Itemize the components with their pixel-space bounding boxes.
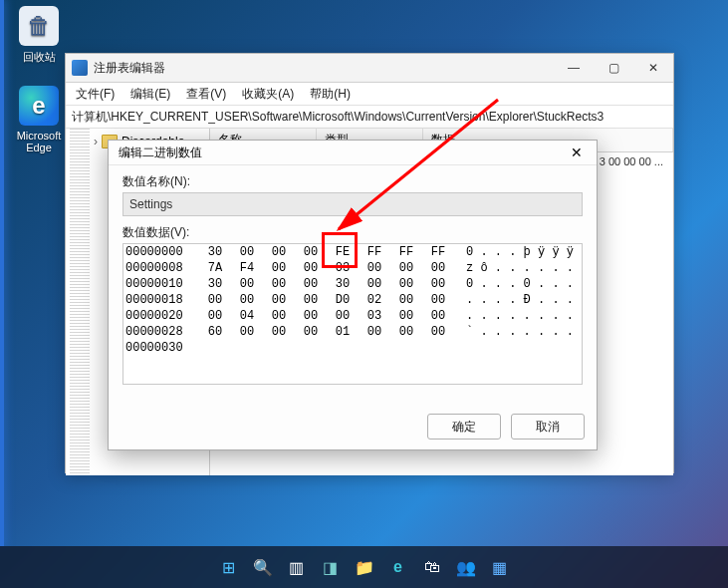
dialog-title: 编辑二进制数值 <box>119 145 202 161</box>
maximize-button[interactable]: ▢ <box>594 54 633 82</box>
desktop-edge[interactable]: e Microsoft Edge <box>4 86 74 153</box>
dialog-close-button[interactable]: ✕ <box>563 145 591 160</box>
taskbar-widgets[interactable]: ◨ <box>318 554 344 580</box>
hex-row[interactable]: 0000001800000000D0020000. . . . Ð . . . <box>123 292 582 308</box>
cancel-button[interactable]: 取消 <box>511 414 585 440</box>
dialog-titlebar[interactable]: 编辑二进制数值 ✕ <box>109 141 597 165</box>
window-titlebar[interactable]: 注册表编辑器 — ▢ ✕ <box>66 54 673 83</box>
edit-binary-dialog: 编辑二进制数值 ✕ 数值名称(N): Settings 数值数据(V): 000… <box>108 140 598 450</box>
hex-row[interactable]: 00000030 <box>123 340 582 356</box>
menubar: 文件(F) 编辑(E) 查看(V) 收藏夹(A) 帮助(H) <box>66 83 673 106</box>
taskbar-teams[interactable]: 👥 <box>453 554 479 580</box>
address-bar[interactable]: 计算机\HKEY_CURRENT_USER\Software\Microsoft… <box>66 106 673 129</box>
hex-row[interactable]: 0000001030000000300000000 . . . 0 . . . <box>123 276 582 292</box>
hex-row[interactable]: 0000000030000000FEFFFFFF0 . . . þ ÿ ÿ ÿ <box>123 244 582 260</box>
hex-row[interactable]: 000000286000000001000000` . . . . . . . <box>123 324 582 340</box>
hex-editor[interactable]: 0000000030000000FEFFFFFF0 . . . þ ÿ ÿ ÿ0… <box>122 243 583 385</box>
ok-button[interactable]: 确定 <box>427 414 501 440</box>
taskbar-store[interactable]: 🛍 <box>419 554 445 580</box>
taskbar-search[interactable]: 🔍 <box>250 554 276 580</box>
value-name-field[interactable]: Settings <box>122 192 583 216</box>
edge-icon: e <box>19 86 59 126</box>
desktop-icon-label: 回收站 <box>4 50 74 65</box>
hex-row[interactable]: 000000087AF4000003000000z ô . . . . . . <box>123 260 582 276</box>
hex-row[interactable]: 000000200004000000030000. . . . . . . . <box>123 308 582 324</box>
value-name-label: 数值名称(N): <box>109 165 597 192</box>
window-title: 注册表编辑器 <box>94 60 554 77</box>
menu-edit[interactable]: 编辑(E) <box>122 84 178 105</box>
regedit-icon <box>72 60 88 76</box>
taskbar-edge[interactable]: e <box>385 554 411 580</box>
menu-help[interactable]: 帮助(H) <box>302 84 359 105</box>
taskbar-explorer[interactable]: 📁 <box>352 554 377 580</box>
taskbar-taskview[interactable]: ▥ <box>284 554 310 580</box>
menu-view[interactable]: 查看(V) <box>178 84 234 105</box>
taskbar-start[interactable]: ⊞ <box>216 554 242 580</box>
close-button[interactable]: ✕ <box>633 54 673 82</box>
recycle-bin-icon: 🗑 <box>19 6 59 46</box>
minimize-button[interactable]: — <box>554 54 594 82</box>
menu-favorites[interactable]: 收藏夹(A) <box>234 84 302 105</box>
desktop-recycle-bin[interactable]: 🗑 回收站 <box>4 6 74 65</box>
menu-file[interactable]: 文件(F) <box>68 84 122 105</box>
value-data-label: 数值数据(V): <box>109 216 597 243</box>
taskbar-regedit[interactable]: ▦ <box>487 554 513 580</box>
desktop-icon-label: Microsoft Edge <box>4 130 74 153</box>
taskbar[interactable]: ⊞ 🔍 ▥ ◨ 📁 e 🛍 👥 ▦ <box>0 546 728 588</box>
